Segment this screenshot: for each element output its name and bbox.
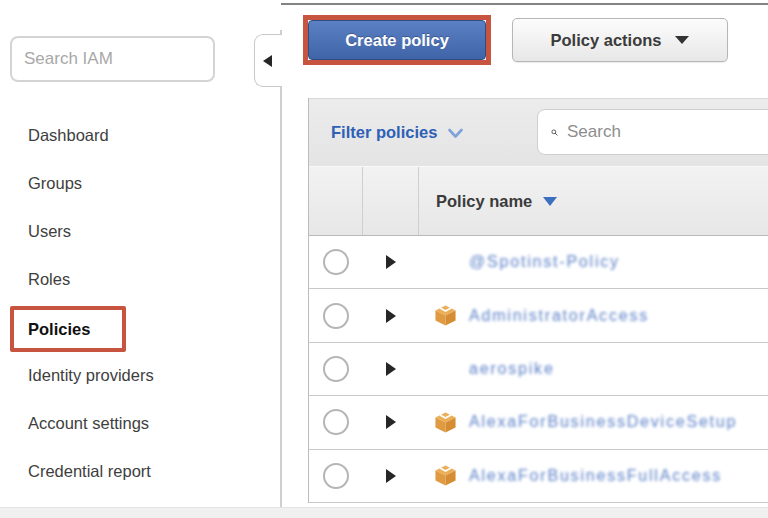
filter-policies-label: Filter policies [331, 123, 437, 142]
sidebar-item-groups[interactable]: Groups [0, 159, 281, 207]
policy-row: AlexaForBusinessFullAccess [309, 450, 768, 503]
policy-row: aerospike [309, 343, 768, 396]
expand-cell [363, 309, 419, 323]
radio-cell [309, 356, 363, 382]
row-radio-button[interactable] [323, 409, 349, 435]
aws-managed-policy-icon [434, 304, 457, 327]
sidebar-item-policies[interactable]: Policies [0, 303, 281, 351]
radio-cell [309, 409, 363, 435]
expand-column-header [363, 167, 419, 235]
radio-cell [309, 249, 363, 275]
create-policy-button[interactable]: Create policy [308, 20, 486, 60]
radio-cell [309, 463, 363, 489]
sidebar-item-roles[interactable]: Roles [0, 255, 281, 303]
row-radio-button[interactable] [323, 303, 349, 329]
row-expand-icon[interactable] [386, 415, 396, 429]
sidebar-nav: DashboardGroupsUsersRolesPoliciesIdentit… [0, 111, 281, 495]
sidebar-item-label: Identity providers [28, 366, 154, 384]
sidebar-item-label: Users [28, 222, 71, 240]
filter-policies-dropdown[interactable]: Filter policies [331, 123, 464, 142]
policy-name-link[interactable]: AdministratorAccess [469, 307, 649, 325]
sidebar-collapse-button[interactable] [254, 34, 282, 87]
policy-name-column-header[interactable]: Policy name [419, 167, 557, 235]
row-expand-icon[interactable] [386, 362, 396, 376]
sidebar-item-label: Groups [28, 174, 82, 192]
table-header: Policy name [309, 166, 768, 236]
sort-caret-down-icon [543, 197, 557, 206]
chevron-down-icon [447, 126, 464, 140]
policy-actions-label: Policy actions [551, 31, 662, 50]
iam-console-screen: DashboardGroupsUsersRolesPoliciesIdentit… [0, 0, 768, 518]
policies-annotation-box: Policies [10, 306, 126, 352]
policy-name-link[interactable]: aerospike [469, 360, 555, 378]
table-search-box[interactable] [537, 109, 768, 155]
radio-cell [309, 303, 363, 329]
sidebar-item-users[interactable]: Users [0, 207, 281, 255]
row-radio-button[interactable] [323, 463, 349, 489]
policy-row: AlexaForBusinessDeviceSetup [309, 396, 768, 449]
policy-row: @Spotinst-Policy [309, 236, 768, 289]
policy-rows: @Spotinst-Policy AdministratorAccess [309, 236, 768, 503]
policy-row: AdministratorAccess [309, 289, 768, 342]
collapse-left-arrow-icon [263, 55, 272, 67]
row-radio-button[interactable] [323, 356, 349, 382]
policy-name-link[interactable]: AlexaForBusinessDeviceSetup [469, 413, 737, 431]
policy-name-link[interactable]: AlexaForBusinessFullAccess [469, 467, 722, 485]
sidebar-item-label: Roles [28, 270, 70, 288]
iam-sidebar: DashboardGroupsUsersRolesPoliciesIdentit… [0, 0, 281, 508]
sidebar-item-account-settings[interactable]: Account settings [0, 399, 281, 447]
policy-name-header-label: Policy name [436, 192, 532, 211]
sidebar-divider [280, 30, 282, 507]
search-icon [551, 122, 558, 143]
aws-managed-policy-icon [434, 357, 457, 380]
radio-column-header [309, 167, 363, 235]
row-radio-button[interactable] [323, 249, 349, 275]
aws-managed-policy-icon [434, 464, 457, 487]
expand-cell [363, 415, 419, 429]
table-search-input[interactable] [567, 122, 768, 142]
page-bottom-strip [0, 507, 768, 518]
row-expand-icon[interactable] [386, 255, 396, 269]
expand-cell [363, 362, 419, 376]
sidebar-item-label: Credential report [28, 462, 151, 480]
search-iam-input[interactable] [10, 36, 215, 82]
sidebar-item-identity-providers[interactable]: Identity providers [0, 351, 281, 399]
policy-actions-button[interactable]: Policy actions [512, 18, 728, 62]
sidebar-item-label: Dashboard [28, 126, 109, 144]
sidebar-item-label: Account settings [28, 414, 149, 432]
create-policy-annotation-box: Create policy [303, 15, 491, 65]
policies-table-card: Filter policies Policy name [308, 98, 768, 503]
row-expand-icon[interactable] [386, 309, 396, 323]
sidebar-item-dashboard[interactable]: Dashboard [0, 111, 281, 159]
caret-down-icon [675, 36, 689, 44]
expand-cell [363, 469, 419, 483]
expand-cell [363, 255, 419, 269]
sidebar-item-credential-report[interactable]: Credential report [0, 447, 281, 495]
aws-managed-policy-icon [434, 251, 457, 274]
policy-name-link[interactable]: @Spotinst-Policy [469, 253, 620, 271]
filter-bar: Filter policies [309, 98, 768, 166]
aws-managed-policy-icon [434, 411, 457, 434]
row-expand-icon[interactable] [386, 469, 396, 483]
